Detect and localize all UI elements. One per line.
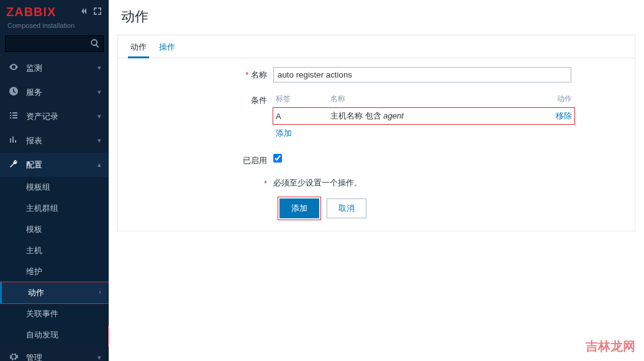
condition-name-text: 主机名称 包含 [330,111,383,120]
search-box [5,35,104,52]
cancel-button[interactable]: 取消 [327,198,366,218]
tab-label: 操作 [159,42,175,51]
page-title: 动作 [109,0,644,26]
tabs: 动作 操作 [118,35,635,58]
nav-reports[interactable]: 报表 ▾ [0,128,109,153]
sub-template-group[interactable]: 模板组 [0,177,109,198]
must-label [124,176,273,188]
remove-link[interactable]: 移除 [556,111,572,120]
chevron-down-icon: ▾ [98,136,101,145]
search-icon[interactable] [90,38,100,50]
name-label: 名称 [124,67,273,81]
condition-name-value: agent [383,111,404,120]
collapse-icon[interactable] [79,6,89,18]
condition-name: 主机名称 包含 agent [330,110,547,122]
sub-label: 关联事件 [26,309,58,318]
nav-label: 报表 [26,135,42,146]
gear-icon [7,352,20,361]
config-submenu: 模板组 主机群组 模板 主机 维护 动作‹ 关联事件 自动发现 [0,177,109,345]
tab-action[interactable]: 动作 [124,35,153,58]
conditions-label: 条件 [124,92,273,106]
sub-template[interactable]: 模板 [0,219,109,240]
sub-label: 自动发现 [26,330,58,339]
col-tag: 标签 [276,94,330,104]
nav-label: 资产记录 [26,111,58,122]
chart-icon [7,135,20,146]
nav-monitoring[interactable]: 监测 ▾ [0,56,109,80]
nav-administration[interactable]: 管理 ▾ [0,345,109,361]
col-name: 名称 [330,94,547,104]
chevron-down-icon: ▾ [98,112,101,120]
list-icon [7,110,20,122]
enabled-checkbox[interactable] [273,154,282,163]
nav-inventory[interactable]: 资产记录 ▾ [0,104,109,128]
condition-row: A 主机名称 包含 agent 移除 [273,108,574,124]
sub-label: 主机 [26,246,42,255]
chevron-up-icon: ▴ [98,161,101,169]
sub-host-group[interactable]: 主机群组 [0,198,109,219]
tab-operation[interactable]: 操作 [153,35,181,58]
sub-label: 维护 [26,267,42,276]
action-form: 名称 条件 标签 名称 动作 A 主机名称 包含 agent [118,58,635,231]
watermark: 吉林龙网 [586,338,635,355]
add-condition-link[interactable]: 添加 [276,128,292,138]
sub-maintenance[interactable]: 维护 [0,261,109,282]
search-input[interactable] [5,35,104,52]
sub-action[interactable]: 动作‹ [0,282,109,303]
form-panel: 动作 操作 名称 条件 标签 名称 动作 [117,35,635,231]
col-action: 动作 [547,94,572,104]
sidebar: ZABBIX Composed installation 监测 ▾ 服务 ▾ 资… [0,0,109,361]
must-message: 必须至少设置一个操作。 [273,176,628,189]
nav-label: 管理 [26,352,42,362]
chevron-down-icon: ▾ [98,64,101,72]
enabled-label: 已启用 [124,153,273,166]
nav-configuration[interactable]: 配置 ▴ [0,153,109,177]
btn-label: 添加 [291,203,307,213]
expand-icon[interactable] [93,6,102,18]
form-buttons: 添加 取消 [124,198,628,218]
sub-correlation[interactable]: 关联事件 [0,303,109,324]
tab-label: 动作 [130,42,147,51]
sub-discovery[interactable]: 自动发现 [0,324,109,345]
nav-label: 配置 [26,159,42,171]
logo: ZABBIX [6,5,56,19]
sub-label: 动作 [28,288,44,297]
sub-host[interactable]: 主机 [0,240,109,261]
clock-icon [7,86,20,98]
chevron-down-icon: ▾ [98,354,101,361]
wrench-icon [7,159,20,171]
add-button[interactable]: 添加 [279,198,319,218]
install-subtitle: Composed installation [0,22,109,35]
nav-label: 监测 [26,63,42,74]
main-content: 动作 动作 操作 名称 条件 标签 名称 动作 [109,0,644,361]
nav-services[interactable]: 服务 ▾ [0,80,109,104]
sub-label: 主机群组 [26,203,58,213]
nav-label: 服务 [26,87,42,98]
conditions-table: 标签 名称 动作 A 主机名称 包含 agent 移除 添加 [273,92,574,143]
name-input[interactable] [273,67,571,82]
chevron-down-icon: ▾ [98,88,101,96]
condition-tag: A [276,112,330,121]
sub-label: 模板组 [26,182,50,192]
eye-icon [7,62,20,74]
sub-label: 模板 [26,225,42,234]
btn-label: 取消 [338,203,355,213]
chevron-left-icon: ‹ [99,288,101,295]
